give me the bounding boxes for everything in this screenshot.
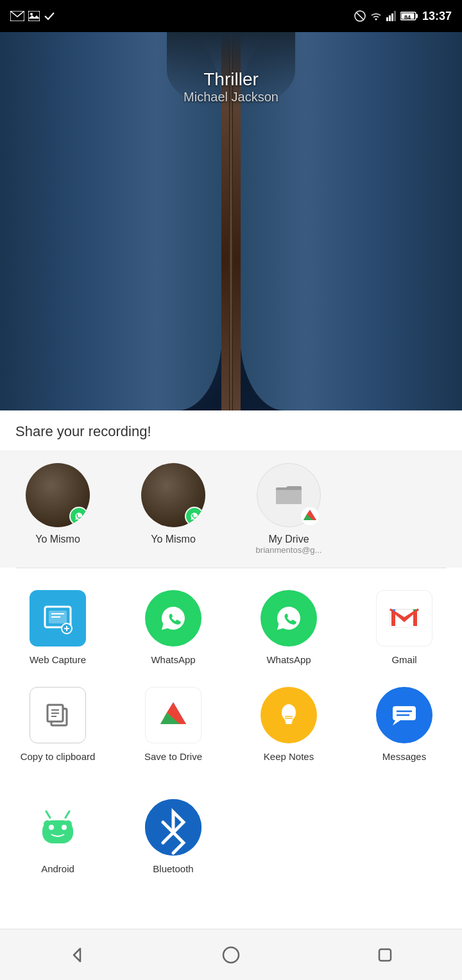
svg-marker-56 [74,949,80,961]
nav-back-button[interactable] [58,936,96,974]
svg-point-52 [62,825,67,830]
app-label-drive: Save to Drive [144,751,202,762]
battery-icon: 84 [400,12,418,21]
svg-rect-39 [285,720,293,722]
signal-icon [386,11,397,21]
app-label-whatsapp-2: WhatsApp [266,654,311,665]
web-capture-icon [30,590,86,646]
contact-name-1: Yo Mismo [35,534,80,545]
svg-point-57 [223,947,239,963]
gmail-app-icon [376,590,432,646]
svg-line-53 [46,811,50,818]
gmail-status-icon [10,11,24,21]
svg-rect-10 [416,14,418,18]
svg-rect-58 [379,949,391,961]
app-label-keep: Keep Notes [264,751,314,762]
app-web-capture[interactable]: Web Capture [0,584,116,680]
app-clipboard[interactable]: Copy to clipboard [0,680,116,777]
back-icon [67,945,87,965]
recents-icon [375,945,395,965]
contacts-row: Yo Mismo Yo Mismo [0,450,462,568]
share-title: Share your recording! [15,423,151,439]
apps-row-2: Copy to clipboard Save to Drive [0,680,462,777]
app-keep[interactable]: Keep Notes [231,680,346,777]
contact-item-1[interactable]: Yo Mismo [0,463,116,555]
drive-contact-name: My Drive [268,534,309,545]
bottom-sheet: Share your recording! Yo Mismo [0,410,462,954]
media-artist: Michael Jackson [0,90,462,105]
media-title: Thriller [0,69,462,90]
folder-icon [275,484,303,507]
svg-text:84: 84 [404,14,411,21]
messages-icon [376,687,432,743]
app-bluetooth[interactable]: Bluetooth [116,793,231,890]
status-bar: 84 13:37 [0,0,462,32]
check-status-icon [44,11,55,21]
image-status-icon [28,11,40,21]
svg-rect-7 [391,13,393,21]
mute-icon [354,10,366,22]
album-art-container: Thriller Michael Jackson [0,32,462,410]
app-label-android: Android [41,863,74,874]
app-whatsapp-1[interactable]: WhatsApp [116,584,231,680]
whatsapp-2-icon [261,590,317,646]
svg-rect-5 [386,17,388,21]
contact-item-2[interactable]: Yo Mismo [116,463,231,555]
apps-row-1: Web Capture WhatsApp WhatsAp [0,568,462,680]
whatsapp-badge-1 [69,507,89,526]
drive-badge-icon [301,507,319,525]
share-header: Share your recording! [0,410,462,450]
app-label-gmail: Gmail [391,654,416,665]
svg-point-51 [49,825,54,830]
svg-rect-6 [389,15,391,21]
svg-rect-8 [394,11,396,21]
nav-home-button[interactable] [212,936,250,974]
svg-rect-50 [42,820,73,843]
drive-app-icon [145,687,201,743]
whatsapp-1-icon [145,590,201,646]
app-label-clipboard: Copy to clipboard [21,751,96,762]
clipboard-icon [30,687,86,743]
status-bar-left [10,11,55,21]
svg-rect-40 [286,722,292,724]
app-label-whatsapp-1: WhatsApp [151,654,195,665]
contact-avatar-1 [26,463,90,527]
app-label-bluetooth: Bluetooth [153,863,193,874]
svg-rect-1 [28,11,40,21]
media-header: Thriller Michael Jackson [0,64,462,107]
svg-rect-44 [393,706,416,720]
wifi-icon [370,11,382,21]
contact-item-drive[interactable]: My Drive brianmentos@g... [231,463,346,555]
keep-icon [261,687,317,743]
app-label-web-capture: Web Capture [30,654,86,665]
drive-contact-avatar [257,463,321,527]
whatsapp-badge-2 [185,507,204,526]
svg-line-4 [356,12,364,20]
nav-recents-button[interactable] [366,936,404,974]
clock: 13:37 [422,10,452,23]
svg-point-2 [30,13,33,15]
svg-rect-19 [51,613,64,614]
app-whatsapp-2[interactable]: WhatsApp [231,584,346,680]
svg-rect-20 [51,616,60,618]
home-icon [221,945,241,965]
svg-line-54 [65,811,69,818]
nav-bar [0,929,462,980]
app-android[interactable]: Android [0,793,116,890]
app-drive[interactable]: Save to Drive [116,680,231,777]
bluetooth-icon [145,799,201,856]
contact-avatar-2 [141,463,205,527]
app-gmail[interactable]: Gmail [346,584,462,680]
drive-contact-email: brianmentos@g... [256,545,322,555]
apps-row-3-partial: Android Bluetooth [0,777,462,954]
status-bar-right: 84 13:37 [354,10,452,23]
android-icon [30,799,86,856]
contact-name-2: Yo Mismo [151,534,196,545]
app-messages[interactable]: Messages [346,680,462,777]
app-label-messages: Messages [382,751,426,762]
